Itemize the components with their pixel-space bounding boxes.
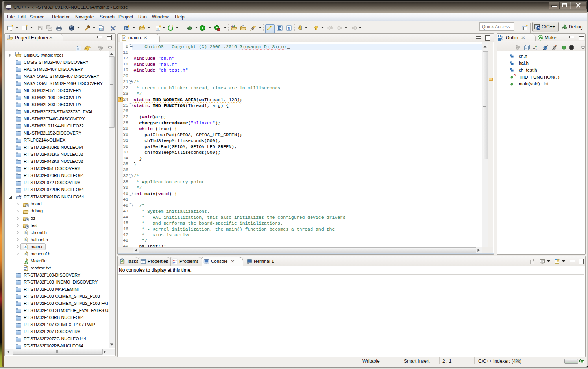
- svg-text:C: C: [126, 26, 128, 30]
- svg-text:C: C: [538, 27, 540, 30]
- svg-text:010: 010: [99, 28, 103, 30]
- svg-text:z: z: [536, 48, 537, 51]
- svg-text:¶: ¶: [288, 26, 290, 30]
- svg-text:C: C: [19, 194, 22, 197]
- svg-text:c: c: [157, 27, 159, 31]
- svg-text:.c: .c: [122, 36, 125, 40]
